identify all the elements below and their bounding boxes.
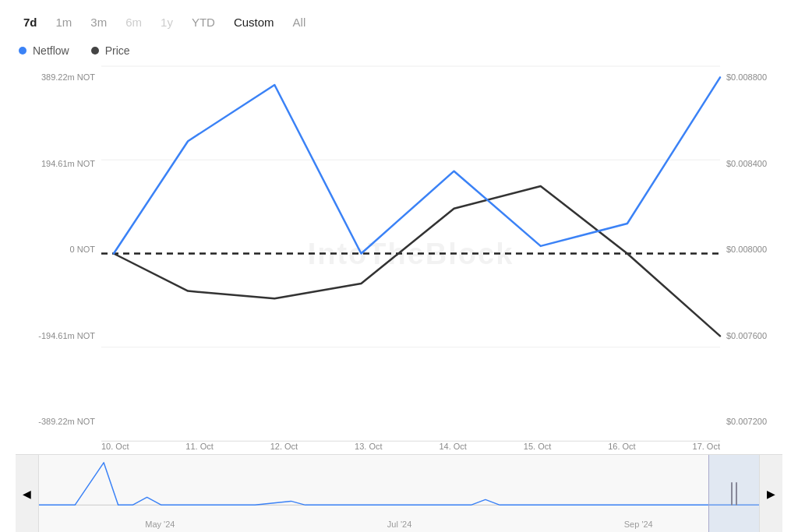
chart-inner: IntoTheBlock [101, 66, 720, 442]
tab-6m: 6m [118, 12, 150, 32]
right-handle[interactable] [736, 482, 737, 506]
legend-dot-blue [19, 47, 26, 55]
x-label: 10. Oct [101, 442, 129, 451]
mini-selection-handle[interactable] [708, 455, 759, 532]
chart-svg [101, 66, 720, 441]
y-right-label: $0.007600 [726, 331, 782, 340]
y-left-label: 389.22m NOT [16, 72, 95, 82]
y-left-label: -194.61m NOT [16, 331, 95, 340]
y-axis-left: 389.22m NOT194.61m NOT0 NOT-194.61m NOT-… [16, 66, 101, 442]
x-label: 13. Oct [355, 442, 382, 451]
chart-area: 389.22m NOT194.61m NOT0 NOT-194.61m NOT-… [16, 66, 782, 532]
mini-chart-container[interactable]: ◀ May '24Jul '24Sep '24 ▶ [16, 454, 782, 532]
mini-label: May '24 [145, 520, 175, 529]
left-handle[interactable] [731, 482, 733, 506]
legend-label-dark: Price [105, 44, 130, 57]
legend: NetflowPrice [16, 44, 782, 57]
y-left-label: 194.61m NOT [16, 159, 95, 168]
tab-7d[interactable]: 7d [16, 12, 45, 32]
tab-all[interactable]: All [285, 12, 314, 32]
x-axis-wrapper: 10. Oct11. Oct12. Oct13. Oct14. Oct15. O… [101, 442, 720, 451]
tab-3m[interactable]: 3m [83, 12, 115, 32]
y-right-label: $0.008000 [726, 245, 782, 254]
x-label: 17. Oct [693, 442, 720, 451]
y-axis-right: $0.008800$0.008400$0.008000$0.007600$0.0… [720, 66, 782, 442]
y-right-label: $0.008400 [726, 159, 782, 168]
mini-label: Jul '24 [387, 520, 411, 529]
mini-labels: May '24Jul '24Sep '24 [39, 520, 759, 529]
tab-custom[interactable]: Custom [226, 12, 282, 32]
legend-item-blue: Netflow [19, 44, 69, 57]
x-label: 14. Oct [439, 442, 466, 451]
x-label: 16. Oct [608, 442, 635, 451]
mini-label: Sep '24 [624, 520, 653, 529]
scroll-left-button[interactable]: ◀ [16, 455, 39, 532]
legend-dot-dark [91, 47, 99, 55]
x-label: 15. Oct [524, 442, 551, 451]
legend-item-dark: Price [91, 44, 130, 57]
tab-1y: 1y [153, 12, 181, 32]
time-tabs: 7d1m3m6m1yYTDCustomAll [16, 12, 782, 32]
y-right-label: $0.007200 [726, 417, 782, 426]
x-label: 12. Oct [270, 442, 298, 451]
main-container: 7d1m3m6m1yYTDCustomAll NetflowPrice 389.… [0, 0, 798, 532]
y-left-label: -389.22m NOT [16, 417, 95, 426]
y-left-label: 0 NOT [16, 245, 95, 254]
mini-chart-inner: May '24Jul '24Sep '24 [39, 455, 759, 532]
y-right-label: $0.008800 [726, 72, 782, 82]
x-axis: 10. Oct11. Oct12. Oct13. Oct14. Oct15. O… [101, 442, 720, 451]
legend-label-blue: Netflow [33, 44, 69, 57]
tab-1m[interactable]: 1m [48, 12, 80, 32]
x-label: 11. Oct [185, 442, 213, 451]
scroll-right-button[interactable]: ▶ [759, 455, 782, 532]
chart-with-axes: 389.22m NOT194.61m NOT0 NOT-194.61m NOT-… [16, 66, 782, 442]
tab-ytd[interactable]: YTD [184, 12, 223, 32]
